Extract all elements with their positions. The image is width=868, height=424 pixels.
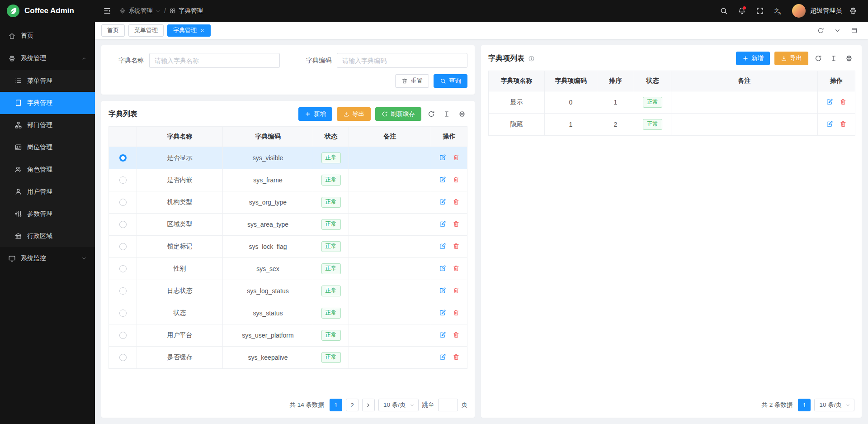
next-page-button[interactable] [362,399,375,411]
edit-button[interactable] [439,265,446,272]
edit-button[interactable] [439,154,446,161]
breadcrumb-item-dict-management[interactable]: 字典管理 [170,7,203,15]
edit-button[interactable] [439,331,446,338]
row-density-button[interactable] [441,109,452,119]
dict-row[interactable]: 用户平台sys_user_platform正常 [109,324,467,347]
row-radio[interactable] [119,287,127,295]
add-dict-item-button[interactable]: 新增 [736,52,770,65]
row-radio[interactable] [119,199,127,206]
column-settings-button[interactable] [844,53,854,64]
sidebar-item-dict-management[interactable]: 字典管理 [0,92,95,114]
breadcrumb-item-system-management[interactable]: 系统管理 [119,7,160,15]
sidebar-item-user-management[interactable]: 用户管理 [0,181,95,203]
delete-button[interactable] [453,331,460,338]
sidebar-item-menu-management[interactable]: 菜单管理 [0,70,95,92]
page-button-1[interactable]: 1 [330,399,342,411]
query-button[interactable]: 查询 [434,74,467,88]
refresh-table-button[interactable] [813,53,824,64]
page-button-1[interactable]: 1 [798,399,811,411]
refresh-page-button[interactable] [813,24,828,36]
dict-row[interactable]: 区域类型sys_area_type正常 [109,214,467,236]
row-radio[interactable] [119,265,127,272]
edit-button[interactable] [439,198,446,205]
dict-row[interactable]: 锁定标记sys_lock_flag正常 [109,236,467,258]
delete-button[interactable] [840,120,847,128]
collapse-sidebar-button[interactable] [99,3,115,19]
row-density-button[interactable] [828,53,839,64]
delete-button[interactable] [453,176,460,183]
row-radio[interactable] [119,354,127,361]
edit-button[interactable] [439,353,446,361]
sidebar-item-admin-region[interactable]: 行政区域 [0,225,95,247]
page-size-select[interactable]: 10 条/页 [814,399,854,411]
delete-button[interactable] [453,287,460,294]
row-radio[interactable] [119,243,127,250]
sidebar-item-param-management[interactable]: 参数管理 [0,203,95,225]
dict-row[interactable]: 日志状态sys_log_status正常 [109,280,467,302]
content-fullscreen-button[interactable] [847,24,862,36]
row-radio[interactable] [119,176,127,184]
export-dict-item-button[interactable]: 导出 [774,52,808,65]
row-radio[interactable] [119,154,127,162]
delete-button[interactable] [453,353,460,361]
edit-button[interactable] [439,243,446,250]
edit-button[interactable] [439,309,446,316]
delete-button[interactable] [453,154,460,161]
dict-row[interactable]: 性别sys_sex正常 [109,258,467,280]
jump-page-input[interactable] [438,399,458,411]
dict-name-input[interactable] [149,53,280,68]
row-radio[interactable] [119,332,127,339]
sidebar-item-role-management[interactable]: 角色管理 [0,158,95,181]
row-radio[interactable] [119,310,127,317]
dict-code-input[interactable] [337,53,467,68]
fullscreen-button[interactable] [752,3,768,19]
dict-item-row[interactable]: 隐藏12正常 [489,114,855,136]
close-tab-icon[interactable] [200,28,205,33]
page-size-select[interactable]: 10 条/页 [378,399,419,411]
app-logo[interactable]: Coffee Admin [0,0,95,22]
refresh-table-button[interactable] [426,109,437,119]
tabs-menu-button[interactable] [830,24,845,36]
avatar[interactable] [792,4,806,18]
notifications-button[interactable] [734,3,750,19]
dict-row[interactable]: 是否显示sys_visible正常 [109,147,467,169]
refresh-cache-button[interactable]: 刷新缓存 [375,107,421,121]
edit-button[interactable] [439,220,446,228]
tab-dict-management[interactable]: 字典管理 [167,24,211,37]
delete-button[interactable] [840,98,847,105]
reset-button[interactable]: 重置 [395,74,429,88]
dict-row[interactable]: 是否缓存sys_keepalive正常 [109,347,467,369]
dict-row[interactable]: 是否内嵌sys_frame正常 [109,169,467,191]
export-dict-button[interactable]: 导出 [337,107,371,121]
delete-button[interactable] [453,243,460,250]
sidebar-group-system-monitor[interactable]: 系统监控 [0,247,95,270]
language-button[interactable] [770,3,786,19]
sidebar-group-system-management[interactable]: 系统管理 [0,47,95,70]
row-radio[interactable] [119,221,127,228]
dict-pagination: 共 14 条数据1210 条/页跳至页 [108,393,467,411]
search-button[interactable] [716,3,731,19]
delete-button[interactable] [453,220,460,228]
sidebar-item-home[interactable]: 首页 [0,24,95,47]
edit-button[interactable] [439,176,446,183]
page-button-2[interactable]: 2 [346,399,359,411]
radio-cell [109,280,137,302]
tab-menu-management[interactable]: 菜单管理 [128,24,164,37]
dict-item-row[interactable]: 显示01正常 [489,91,855,114]
edit-button[interactable] [439,287,446,294]
delete-button[interactable] [453,198,460,205]
delete-button[interactable] [453,309,460,316]
user-name[interactable]: 超级管理员 [810,7,842,15]
settings-button[interactable] [845,3,861,19]
sidebar-item-dept-management[interactable]: 部门管理 [0,114,95,136]
sidebar-item-post-management[interactable]: 岗位管理 [0,136,95,158]
tab-home[interactable]: 首页 [101,24,125,37]
edit-button[interactable] [826,120,833,128]
edit-button[interactable] [826,98,833,105]
dict-row[interactable]: 状态sys_status正常 [109,302,467,324]
add-dict-button[interactable]: 新增 [298,107,332,121]
delete-button[interactable] [453,265,460,272]
remark-cell [349,236,431,258]
column-settings-button[interactable] [457,109,467,119]
dict-row[interactable]: 机构类型sys_org_type正常 [109,191,467,214]
